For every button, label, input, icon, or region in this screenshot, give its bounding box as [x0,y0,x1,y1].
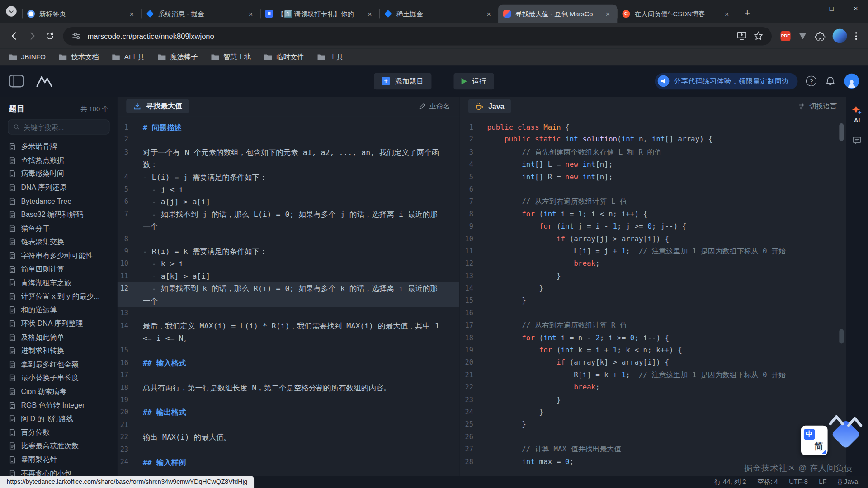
code-line[interactable]: 24 } [459,406,846,418]
translate-widget[interactable]: 中 简 [801,426,828,455]
tab-close-icon[interactable]: × [604,9,613,19]
back-button[interactable] [5,27,23,45]
ai-assistant-button[interactable]: AI [851,104,862,123]
url-text[interactable]: marscode.cn/practice/nnek809lxwjono [87,32,731,40]
markdown-line[interactable]: 17 [118,369,459,381]
code-line[interactable]: 27 // 计算 MAX 值并找出最大值 [459,443,846,455]
markdown-line[interactable]: 7 - 如果找不到 j 的话，那么 L(i) = 0; 如果有多个 j 的话，选… [118,208,459,233]
code-line[interactable]: 9 for (int j = i - 1; j >= 0; j--) { [459,221,846,233]
markdown-line[interactable]: 9 - R(i) = k 需要满足的条件如下： [118,245,459,258]
problem-list-item[interactable]: 环状 DNA 序列整理 [0,317,118,330]
reload-button[interactable] [41,27,59,45]
markdown-line[interactable]: 12 - 如果找不到 k 的话，那么 R(i) = 0; 如果有多个 k 的话，… [118,282,459,307]
tab-close-icon[interactable]: × [127,9,137,19]
site-settings-icon[interactable] [71,30,82,41]
problem-list-item[interactable]: 字符串有多少种可能性 [0,249,118,263]
code-line[interactable]: 18 for (int i = n - 2; i >= 0; i--) { [459,332,846,344]
problem-list-item[interactable]: Base32 编码和解码 [0,208,118,221]
address-bar[interactable]: marscode.cn/practice/nnek809lxwjono [63,27,772,45]
problem-list-item[interactable]: Bytedance Tree [0,194,118,208]
problem-list-item[interactable]: 简单四则计算 [0,263,118,276]
problem-list-item[interactable]: 最小替换子串长度 [0,371,118,385]
code-line[interactable]: 21 R[i] = k + 1; // 注意这里加 1 是因为数组下标从 0 开… [459,369,846,381]
bookmark-star-icon[interactable] [753,30,764,41]
status-item[interactable]: 行 44, 列 2 [714,477,746,487]
install-app-icon[interactable] [736,30,747,41]
code-line[interactable]: 15 } [459,295,846,307]
markdown-line[interactable]: 20 ## 输出格式 [118,406,459,418]
tab-close-icon[interactable]: × [365,9,374,19]
code-line[interactable]: 19 for (int k = i + 1; k < n; k++) { [459,344,846,357]
extensions-puzzle-icon[interactable] [815,31,825,41]
promo-banner[interactable]: 分享代码练习体验，领限量定制周边 [655,73,798,89]
problem-list-item[interactable]: DNA 序列还原 [0,181,118,194]
code-line[interactable]: 3 // 首先创建两个数组来存储 L 和 R 的值 [459,146,846,158]
markdown-line[interactable]: 2 [118,134,459,146]
tab-close-icon[interactable]: × [484,9,493,19]
code-line[interactable]: 1 public class Main { [459,121,846,133]
feedback-button[interactable] [852,136,862,145]
code-line[interactable]: 10 if (array[j] > array[i]) { [459,233,846,245]
problem-list-item[interactable]: 及格如此简单 [0,330,118,344]
user-avatar[interactable] [844,74,859,89]
bookmark-folder[interactable]: 技术文档 [59,52,99,62]
browser-tab[interactable]: 新标签页 × [22,5,141,23]
forward-button[interactable] [23,27,41,45]
search-input[interactable] [24,123,104,131]
problem-list-item[interactable]: 青海湖租车之旅 [0,276,118,290]
problem-list-item[interactable]: 多米诺骨牌 [0,140,118,154]
problem-list-item[interactable]: 拿到最多红包金额 [0,358,118,371]
scrollbar-thumb[interactable] [839,123,844,141]
tab-close-icon[interactable]: × [722,9,731,19]
bookmark-folder[interactable]: 魔法棒子 [158,52,198,62]
markdown-line[interactable]: 21 [118,419,459,431]
markdown-line[interactable]: 8 [118,233,459,245]
problem-list-item[interactable]: Cion 勒索病毒 [0,385,118,399]
markdown-line[interactable]: 24 ## 输入样例 [118,456,459,468]
markdown-line[interactable]: 4 - L(i) = j 需要满足的条件如下： [118,171,459,183]
problem-list-item[interactable]: 计算位置 x 到 y 的最少... [0,290,118,303]
problem-list-item[interactable]: 百分位数 [0,426,118,439]
problem-list-item[interactable]: 链表聚集交换 [0,235,118,249]
minimize-button[interactable]: – [795,0,819,18]
markdown-line[interactable]: 6 - a[j] > a[i] [118,196,459,208]
markdown-line[interactable]: 22 输出 MAX(i) 的最大值。 [118,431,459,443]
status-item[interactable]: 空格: 4 [757,477,778,487]
window-close-button[interactable]: × [844,0,868,18]
triangle-extension-icon[interactable] [797,31,807,41]
code-line[interactable]: 2 public static int solution(int n, int[… [459,134,846,146]
status-item[interactable]: {} Java [838,478,858,486]
code-line[interactable]: 11 L[i] = j + 1; // 注意这里加 1 是因为数组下标从 0 开… [459,245,846,257]
markdown-line[interactable]: 14 最后，我们定义 MAX(i) = L(i) * R(i)，我们需要找到 M… [118,319,459,344]
problem-list-item[interactable]: 和的逆运算 [0,303,118,317]
code-line[interactable]: 5 int[] R = new int[n]; [459,171,846,183]
markdown-line[interactable]: 5 - j < i [118,183,459,195]
code-line[interactable]: 14 } [459,282,846,295]
code-line[interactable]: 12 break; [459,258,846,270]
browser-menu-icon[interactable] [854,31,858,41]
problem-list-item[interactable]: 比赛最高获胜次数 [0,439,118,453]
browser-tab[interactable]: 【1️⃣ 请领取打卡礼】你的 × [260,5,379,23]
problem-list-item[interactable]: RGB 色值转 Integer [0,399,118,412]
problem-list-item[interactable]: 不再贪心的小包 [0,467,118,476]
help-button[interactable]: ? [806,76,816,86]
code-line[interactable]: 13 } [459,270,846,282]
browser-profile-avatar[interactable] [833,29,847,43]
code-line[interactable]: 22 break; [459,381,846,394]
sidebar-toggle-button[interactable] [9,75,24,87]
switch-language-button[interactable]: 切换语言 [797,102,837,111]
bookmark-folder[interactable]: 智慧工地 [211,52,251,62]
problem-list-item[interactable]: 猫鱼分干 [0,221,118,235]
problem-list-item[interactable]: 阿 D 的飞行路线 [0,412,118,426]
browser-tab[interactable]: 在人间负债^-CSDN博客 × [617,5,736,23]
tab-search-button[interactable] [6,6,16,16]
bookmark-folder[interactable]: JBINFO [9,53,46,61]
bookmark-folder[interactable]: 工具 [317,52,344,62]
code-line[interactable]: 6 [459,183,846,195]
markdown-line[interactable]: 16 ## 输入格式 [118,357,459,369]
tab-close-icon[interactable]: × [246,9,255,19]
browser-tab[interactable]: 寻找最大值 - 豆包 MarsCo × [498,5,617,23]
bookmark-folder[interactable]: 临时文件 [264,52,304,62]
problem-title-chip[interactable]: 寻找最大值 [126,99,189,113]
bookmark-folder[interactable]: AI工具 [112,52,145,62]
